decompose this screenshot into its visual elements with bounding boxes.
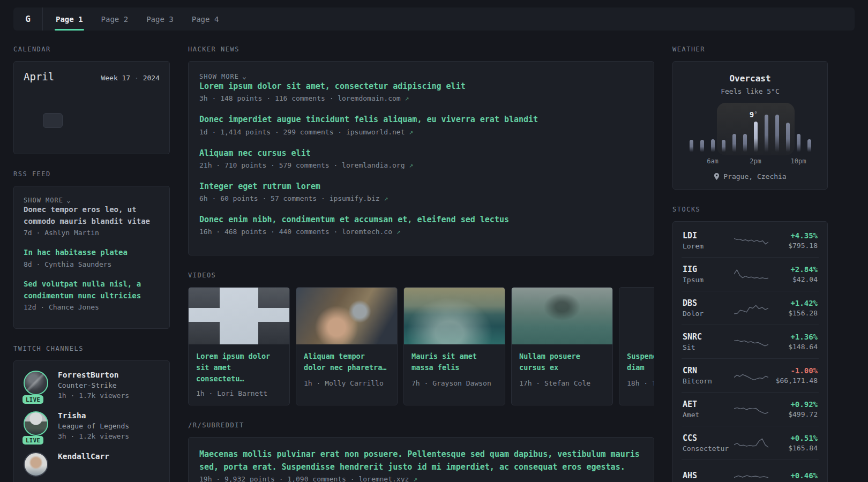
twitch-channel-meta: 1h · 1.7k viewers bbox=[58, 391, 129, 400]
calendar-day bbox=[101, 131, 121, 146]
stock-sparkline bbox=[734, 299, 768, 317]
page-tab[interactable]: Page 4 bbox=[191, 7, 220, 31]
hackernews-item-title[interactable]: Donec imperdiet augue tincidunt felis al… bbox=[199, 114, 643, 126]
stock-ticker[interactable]: AHS bbox=[683, 471, 734, 480]
subreddit-section-title: /R/SUBREDDIT bbox=[188, 421, 654, 429]
center-column: HACKER NEWS SHOW MORE⌄ Lorem ipsum dolor… bbox=[188, 46, 654, 482]
rss-section-title: RSS FEED bbox=[13, 170, 170, 178]
stock-row[interactable]: CCS Consectetur +0.51% $165.84 bbox=[682, 426, 819, 460]
video-meta: 18h · Tara bbox=[627, 379, 654, 387]
video-title[interactable]: Lorem ipsum dolor sit amet consectetu… bbox=[196, 351, 282, 385]
hackernews-item: Donec enim nibh, condimentum et accumsan… bbox=[199, 214, 643, 236]
stock-price: $165.84 bbox=[768, 444, 818, 452]
avatar bbox=[24, 411, 48, 436]
stock-row[interactable]: IIG Ipsum +2.84% $42.04 bbox=[682, 257, 819, 291]
page-tab-label: Page 4 bbox=[192, 15, 219, 24]
calendar-month: April bbox=[24, 71, 54, 82]
video-thumbnail[interactable] bbox=[296, 288, 397, 344]
stock-ticker[interactable]: CRN bbox=[683, 366, 734, 375]
video-thumbnail[interactable] bbox=[404, 288, 505, 344]
page-tab[interactable]: Page 1 bbox=[55, 7, 84, 31]
twitch-channel-game: League of Legends bbox=[58, 422, 129, 430]
video-thumbnail[interactable] bbox=[619, 288, 654, 344]
stock-id: DBS Dolor bbox=[683, 298, 734, 318]
stock-name: Ipsum bbox=[683, 276, 734, 284]
twitch-channel-row[interactable]: LIVE ForrestBurton Counter-Strike 1h · 1… bbox=[24, 371, 160, 400]
stock-id: IIG Ipsum bbox=[683, 265, 734, 284]
video-title[interactable]: Mauris sit amet massa felis bbox=[411, 351, 497, 374]
video-meta: 17h · Stefan Cole bbox=[519, 379, 605, 387]
video-card[interactable]: Lorem ipsum dolor sit amet consectetu… 1… bbox=[188, 287, 290, 405]
stock-row[interactable]: LDI Lorem +4.35% $795.18 bbox=[682, 224, 819, 257]
stock-row[interactable]: CRN Bitcorn -1.00% $66,171.48 bbox=[682, 358, 819, 392]
twitch-widget: TWITCH CHANNELS LIVE ForrestBurton Count… bbox=[13, 345, 170, 482]
stock-change: +0.51% bbox=[768, 434, 818, 442]
video-card[interactable]: Mauris sit amet massa felis 7h · Grayson… bbox=[403, 287, 505, 405]
hackernews-item: Donec imperdiet augue tincidunt felis al… bbox=[199, 114, 643, 135]
stocks-card: LDI Lorem +4.35% $795.18 IIG Ipsum bbox=[672, 221, 828, 482]
video-card[interactable]: Suspendisse diam 18h · Tara bbox=[619, 287, 654, 405]
page-tab[interactable]: Page 3 bbox=[145, 7, 175, 31]
videos-row: Lorem ipsum dolor sit amet consectetu… 1… bbox=[188, 287, 654, 405]
subreddit-post: Maecenas mollis pulvinar erat non posuer… bbox=[199, 448, 643, 482]
video-thumbnail[interactable] bbox=[512, 288, 612, 344]
stock-row[interactable]: DBS Dolor +1.42% $156.28 bbox=[682, 291, 819, 325]
video-card[interactable]: Nullam posuere cursus ex 17h · Stefan Co… bbox=[511, 287, 613, 405]
rss-item-meta: 7d · Ashlyn Martin bbox=[24, 229, 160, 237]
video-thumbnail[interactable] bbox=[189, 288, 289, 344]
subreddit-card: Maecenas mollis pulvinar erat non posuer… bbox=[188, 437, 654, 482]
stock-ticker[interactable]: DBS bbox=[683, 298, 734, 308]
stock-ticker[interactable]: SNRC bbox=[683, 332, 734, 342]
calendar-day bbox=[82, 113, 101, 128]
videos-section-title: VIDEOS bbox=[188, 272, 654, 279]
weather-bar bbox=[690, 140, 693, 152]
hackernews-widget: HACKER NEWS SHOW MORE⌄ Lorem ipsum dolor… bbox=[188, 46, 654, 255]
hackernews-item-title[interactable]: Aliquam nec cursus elit bbox=[199, 147, 643, 160]
app-logo[interactable]: G bbox=[13, 7, 42, 31]
twitch-channel-name[interactable]: ForrestBurton bbox=[58, 371, 129, 379]
stock-ticker[interactable]: AET bbox=[683, 400, 734, 409]
weather-tick-label: 10pm bbox=[791, 157, 806, 165]
video-card[interactable]: Aliquam tempor dolor nec pharetra… 1h · … bbox=[296, 287, 398, 405]
stock-ticker[interactable]: CCS bbox=[683, 433, 734, 443]
stock-id: LDI Lorem bbox=[683, 231, 734, 250]
video-title[interactable]: Suspendisse diam bbox=[627, 351, 654, 374]
hackernews-item-title[interactable]: Donec enim nibh, condimentum et accumsan… bbox=[199, 214, 643, 226]
external-link-icon: ↗ bbox=[396, 228, 401, 236]
twitch-section-title: TWITCH CHANNELS bbox=[13, 345, 170, 352]
twitch-channel-name[interactable]: KendallCarr bbox=[58, 452, 109, 461]
calendar-day bbox=[24, 131, 43, 146]
hackernews-show-more-button[interactable]: SHOW MORE⌄ bbox=[199, 73, 643, 80]
stock-price: $499.72 bbox=[768, 410, 818, 418]
rss-item-title[interactable]: In hac habitasse platea bbox=[24, 247, 160, 259]
video-card-body: Suspendisse diam 18h · Tara bbox=[619, 344, 654, 395]
weather-location-text: Prague, Czechia bbox=[723, 172, 786, 180]
weather-time-ticks: 6am2pm10pm bbox=[686, 157, 814, 166]
hackernews-item-meta: 1d · 1,414 points · 299 comments · ipsum… bbox=[199, 128, 643, 136]
stock-values: +2.84% $42.04 bbox=[768, 265, 818, 283]
twitch-channel-row[interactable]: LIVE Trisha League of Legends 3h · 1.2k … bbox=[24, 411, 160, 440]
stock-ticker[interactable]: LDI bbox=[683, 231, 734, 240]
live-badge: LIVE bbox=[23, 436, 43, 445]
hackernews-item-title[interactable]: Integer eget rutrum lorem bbox=[199, 180, 643, 193]
rss-item-title[interactable]: Sed volutpat nulla nisl, a condimentum n… bbox=[24, 278, 160, 302]
video-title[interactable]: Aliquam tempor dolor nec pharetra… bbox=[304, 351, 390, 374]
twitch-channel-row[interactable]: KendallCarr bbox=[24, 452, 160, 477]
twitch-channel-info: ForrestBurton Counter-Strike 1h · 1.7k v… bbox=[58, 371, 129, 400]
subreddit-post-title[interactable]: Maecenas mollis pulvinar erat non posuer… bbox=[199, 448, 643, 473]
stock-values: +1.42% $156.28 bbox=[768, 299, 818, 317]
external-link-icon: ↗ bbox=[409, 128, 413, 136]
video-meta: 1h · Molly Carrillo bbox=[304, 379, 390, 387]
video-title[interactable]: Nullam posuere cursus ex bbox=[519, 351, 605, 374]
hackernews-item-title[interactable]: Lorem ipsum dolor sit amet, consectetur … bbox=[199, 80, 643, 93]
rss-item-title[interactable]: Donec tempor eros leo, ut commodo mauris… bbox=[24, 204, 160, 227]
stock-row[interactable]: AET Amet +0.92% $499.72 bbox=[682, 392, 819, 426]
twitch-channel-name[interactable]: Trisha bbox=[58, 411, 129, 420]
stock-row[interactable]: SNRC Sit +1.36% $148.64 bbox=[682, 325, 819, 358]
rss-show-more-button[interactable]: SHOW MORE⌄ bbox=[24, 197, 160, 204]
stock-row[interactable]: AHS +0.46% bbox=[682, 460, 819, 482]
stock-ticker[interactable]: IIG bbox=[683, 265, 734, 274]
stock-id: CRN Bitcorn bbox=[683, 366, 734, 385]
calendar-days-grid bbox=[24, 95, 160, 146]
page-tab[interactable]: Page 2 bbox=[100, 7, 130, 31]
